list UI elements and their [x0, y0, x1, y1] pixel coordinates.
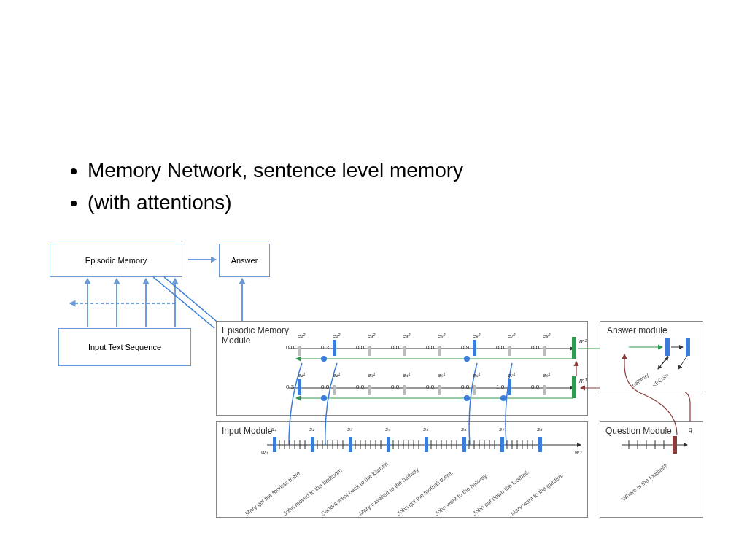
attn-value: 0.0: [321, 384, 329, 390]
svg-rect-44: [438, 385, 441, 395]
svg-rect-42: [368, 385, 371, 395]
attn-value: 0.0: [461, 384, 469, 390]
svg-rect-97: [538, 438, 542, 452]
attn-value: 0.0: [356, 384, 364, 390]
attn-bar: [401, 338, 409, 357]
attn-bar: [401, 378, 409, 397]
s-bar: [500, 436, 506, 454]
question-to-answer: [598, 321, 708, 467]
svg-line-7: [153, 277, 214, 328]
svg-rect-38: [508, 346, 511, 356]
attn-value: 0.0: [356, 344, 364, 351]
svg-rect-43: [403, 385, 406, 395]
bullet-list: Memory Network, sentence level memory (w…: [58, 159, 463, 223]
attn-value: 0.9: [461, 344, 469, 351]
svg-point-17: [321, 356, 327, 362]
svg-rect-40: [298, 379, 301, 395]
svg-rect-46: [508, 379, 511, 395]
s-bar: [272, 436, 278, 454]
attn-bar: [506, 378, 514, 397]
svg-rect-45: [473, 385, 476, 395]
attn-bar: [471, 378, 479, 397]
attn-bar: [296, 338, 303, 357]
attn-value: 1.0: [496, 384, 504, 390]
svg-point-19: [500, 395, 506, 401]
attn-bar: [506, 338, 514, 357]
svg-rect-69: [387, 438, 390, 452]
s-bar: [538, 436, 543, 454]
attn-value: 0.0: [391, 384, 399, 390]
s-label: s₈: [537, 426, 542, 432]
svg-rect-37: [473, 340, 476, 356]
svg-rect-33: [333, 340, 336, 356]
attn-value: 0.0: [286, 344, 294, 351]
s-label: s₂: [309, 426, 314, 432]
attn-bar: [471, 338, 479, 357]
attn-bar: [296, 378, 303, 397]
attn-bar: [436, 338, 444, 357]
svg-rect-41: [333, 385, 336, 395]
svg-rect-39: [543, 346, 546, 356]
svg-rect-83: [462, 438, 466, 452]
s-bar: [424, 436, 430, 454]
svg-rect-34: [368, 346, 371, 356]
svg-point-16: [321, 395, 327, 401]
svg-rect-62: [349, 438, 352, 452]
attn-bar: [366, 338, 374, 357]
attn-value: 0.0: [496, 344, 504, 351]
svg-point-20: [464, 356, 470, 362]
attn-bar: [436, 378, 444, 397]
attn-value: 0.0: [531, 344, 539, 351]
attn-value: 0.0: [531, 384, 539, 390]
s-label: s₄: [385, 426, 390, 432]
s-label: s₁: [271, 426, 276, 432]
attn-value: 0.0: [426, 344, 434, 351]
attn-value: 0.0: [391, 344, 399, 351]
svg-rect-55: [311, 438, 314, 452]
attn-bar: [331, 378, 338, 397]
attn-value: 0.3: [286, 384, 294, 390]
s-label: s₇: [499, 426, 504, 432]
svg-rect-47: [543, 385, 546, 395]
svg-rect-90: [500, 438, 504, 452]
s-label: s₃: [347, 426, 352, 432]
attn-bar: [331, 338, 338, 357]
s-label: s₅: [423, 426, 428, 432]
attn-value: 0.0: [426, 384, 434, 390]
attn-bar: [541, 338, 549, 357]
svg-rect-36: [438, 346, 441, 356]
attn-value: 0.3: [321, 344, 329, 351]
attn-bar: [366, 378, 374, 397]
s-bar: [348, 436, 354, 454]
svg-rect-76: [425, 438, 428, 452]
svg-rect-35: [403, 346, 406, 356]
s-bar: [462, 436, 468, 454]
bullet-2: (with attentions): [88, 191, 463, 214]
s-bar: [386, 436, 392, 454]
svg-rect-32: [298, 346, 301, 356]
svg-rect-48: [273, 438, 276, 452]
attn-bar: [541, 378, 549, 397]
svg-point-18: [464, 395, 470, 401]
bullet-1: Memory Network, sentence level memory: [88, 159, 463, 182]
s-bar: [310, 436, 316, 454]
s-label: s₆: [461, 426, 466, 432]
